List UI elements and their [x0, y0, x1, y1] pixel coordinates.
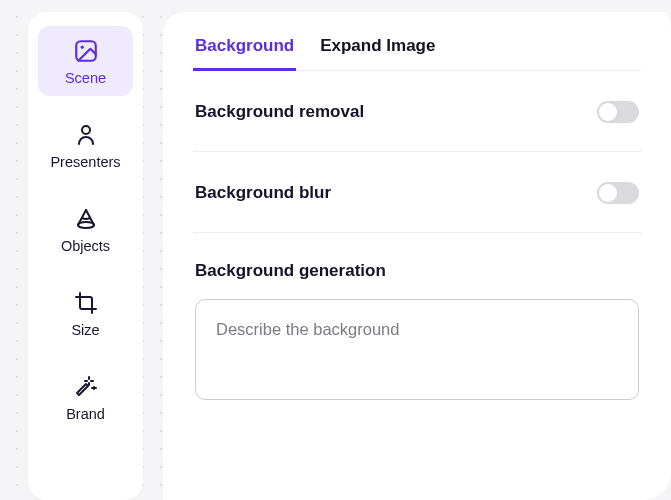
section-background-removal: Background removal: [193, 71, 641, 152]
crop-icon: [73, 290, 99, 316]
tabs: Background Expand Image: [193, 30, 641, 71]
sidebar-item-brand[interactable]: Brand: [38, 362, 133, 432]
section-title: Background generation: [195, 261, 639, 281]
sidebar-item-label: Objects: [61, 238, 110, 254]
sidebar: Scene Presenters Objects: [28, 12, 143, 500]
magic-wand-icon: [73, 374, 99, 400]
toggle-background-removal[interactable]: [597, 101, 639, 123]
sidebar-item-size[interactable]: Size: [38, 278, 133, 348]
tab-expand-image[interactable]: Expand Image: [318, 30, 437, 71]
sidebar-item-scene[interactable]: Scene: [38, 26, 133, 96]
svg-point-1: [80, 46, 83, 49]
main-panel: Background Expand Image Background remov…: [163, 12, 671, 500]
toggle-knob: [599, 103, 617, 121]
sidebar-item-label: Brand: [66, 406, 105, 422]
toggle-background-blur[interactable]: [597, 182, 639, 204]
background-description-input[interactable]: Describe the background: [195, 299, 639, 400]
cone-icon: [73, 206, 99, 232]
sidebar-item-presenters[interactable]: Presenters: [38, 110, 133, 180]
sidebar-item-label: Presenters: [50, 154, 120, 170]
section-title: Background removal: [195, 102, 364, 122]
sidebar-item-label: Scene: [65, 70, 106, 86]
toggle-knob: [599, 184, 617, 202]
sidebar-item-objects[interactable]: Objects: [38, 194, 133, 264]
svg-point-2: [82, 126, 90, 134]
section-background-blur: Background blur: [193, 152, 641, 233]
tab-background[interactable]: Background: [193, 30, 296, 71]
section-title: Background blur: [195, 183, 331, 203]
image-icon: [73, 38, 99, 64]
svg-point-3: [78, 222, 94, 228]
sidebar-item-label: Size: [71, 322, 99, 338]
person-icon: [73, 122, 99, 148]
app-shell: Scene Presenters Objects: [0, 0, 671, 500]
section-background-generation: Background generation Describe the backg…: [193, 233, 641, 400]
